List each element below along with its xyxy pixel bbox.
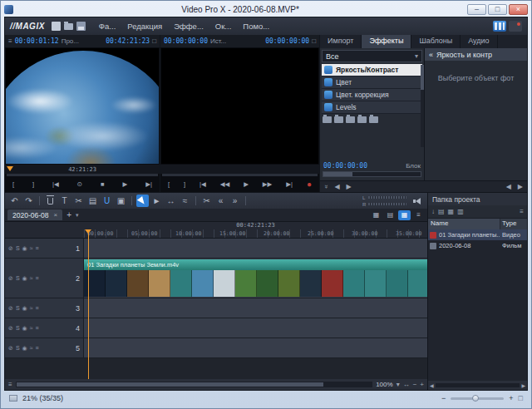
record-arm-icon[interactable]: ◉ xyxy=(22,325,27,332)
forward-button[interactable]: ▶▶ xyxy=(263,180,273,188)
lock-icon[interactable]: ⊘ xyxy=(8,305,13,312)
folder-icon[interactable] xyxy=(357,116,367,123)
undo-button[interactable]: ↶ xyxy=(8,195,21,207)
scroll-right-icon[interactable]: ▶ xyxy=(518,183,523,190)
jump-start-button[interactable]: |◀ xyxy=(52,180,59,188)
effects-tab[interactable]: Шаблоны xyxy=(411,35,461,48)
track-menu-icon[interactable]: ≡ xyxy=(36,345,39,351)
zoom-in-icon[interactable]: + xyxy=(509,394,513,402)
save-project-icon[interactable] xyxy=(76,22,86,31)
record-arm-icon[interactable]: ◉ xyxy=(22,245,27,252)
track-menu-icon[interactable]: ≡ xyxy=(36,325,39,331)
playhead[interactable] xyxy=(88,229,89,379)
timeline-hscrollbar[interactable] xyxy=(16,382,373,387)
options-button[interactable]: ▥ xyxy=(457,208,464,215)
minimize-button[interactable]: – xyxy=(467,4,486,15)
slider-thumb[interactable] xyxy=(472,395,479,402)
effects-tab[interactable]: Импорт xyxy=(320,35,362,48)
curve-tool-button[interactable]: ≈ xyxy=(179,195,191,207)
title-bar[interactable]: Video Pro X - 2020-06-08.MVP* – □ × xyxy=(4,2,528,17)
add-movie-button[interactable]: + xyxy=(65,210,73,219)
track-menu-icon[interactable]: ≡ xyxy=(36,275,39,281)
menu-item[interactable]: Ок... xyxy=(210,20,236,32)
export-icon[interactable] xyxy=(509,21,522,32)
effect-detail-header[interactable]: « Яркость и контр xyxy=(425,48,527,61)
track-body[interactable] xyxy=(84,239,427,258)
waveform-icon[interactable]: ≈ xyxy=(30,305,33,311)
timeline-ruler[interactable]: 00:42:21:23 00:00:0005:00:0010:00:0015:0… xyxy=(5,222,427,239)
solo-icon[interactable]: S xyxy=(16,305,20,311)
mode-multicam-button[interactable]: ≡ xyxy=(412,210,425,220)
folder-icon[interactable] xyxy=(346,116,355,123)
column-header-name[interactable]: Name xyxy=(428,219,500,229)
snap-button[interactable]: U xyxy=(101,195,113,207)
track-menu-icon[interactable]: ≡ xyxy=(36,305,39,311)
range-end-button[interactable]: ] xyxy=(32,180,34,188)
speaker-button[interactable] xyxy=(411,195,424,207)
detach-monitor-icon[interactable]: □ xyxy=(312,37,316,45)
redo-button[interactable]: ↷ xyxy=(22,195,35,207)
rewind-button[interactable]: ◀◀ xyxy=(220,180,230,188)
delete-button[interactable] xyxy=(44,195,57,207)
project-hscrollbar[interactable]: ◀ ▶ xyxy=(428,381,527,390)
menu-item[interactable]: Редакция xyxy=(122,20,167,32)
zoom-dropdown-icon[interactable]: ▾ xyxy=(397,381,400,388)
folder-icon[interactable] xyxy=(323,116,332,123)
slider-thumb[interactable] xyxy=(323,172,352,176)
effect-item[interactable]: Цвет xyxy=(322,76,422,89)
waveform-icon[interactable]: ≈ xyxy=(30,325,33,331)
jump-start-button[interactable]: |◀ xyxy=(200,180,206,188)
select-tool-button[interactable] xyxy=(136,195,149,207)
waveform-icon[interactable]: ≈ xyxy=(30,345,33,351)
trim-end-button[interactable]: » xyxy=(229,195,241,207)
ruler-ticks[interactable]: 00:00:0005:00:0010:00:0015:00:0020:00:00… xyxy=(84,229,427,238)
scroll-left-icon[interactable]: ◀ xyxy=(430,382,434,388)
effect-category-dropdown[interactable]: Все ▾ xyxy=(322,50,422,62)
solo-icon[interactable]: S xyxy=(16,345,20,351)
track-header[interactable]: ⊘S◉≈≡5 xyxy=(5,338,84,357)
menu-item[interactable]: Эффе... xyxy=(169,20,209,32)
jump-end-button[interactable]: ▶| xyxy=(145,180,152,188)
program-scrub-bar[interactable]: 42:21:23 xyxy=(5,165,160,174)
track-body[interactable] xyxy=(84,338,427,357)
close-button[interactable]: × xyxy=(509,4,528,15)
automation-button[interactable]: ▤ xyxy=(86,195,99,207)
track-body[interactable] xyxy=(84,298,427,318)
mode-timeline-button[interactable]: ▦ xyxy=(398,210,411,220)
effects-tab[interactable]: Эффекты xyxy=(362,35,411,48)
stop-button[interactable]: ■ xyxy=(101,180,105,188)
loop-button[interactable]: ⊙ xyxy=(77,180,82,188)
chevron-down-icon[interactable]: ▾ xyxy=(76,212,79,219)
scroll-right-icon[interactable]: ▶ xyxy=(521,382,525,388)
folder-icon[interactable] xyxy=(369,116,378,123)
waveform-icon[interactable]: ≈ xyxy=(30,245,33,251)
detach-monitor-icon[interactable]: □ xyxy=(152,37,156,45)
record-button[interactable]: ● xyxy=(307,180,312,189)
range-start-button[interactable]: [ xyxy=(168,180,170,188)
scroll-left-icon[interactable]: ◀ xyxy=(334,183,339,190)
save-button[interactable]: ▦ xyxy=(448,208,455,215)
lock-icon[interactable]: ⊘ xyxy=(8,345,13,352)
play-button[interactable]: ▶ xyxy=(123,180,128,188)
scrollbar-thumb[interactable] xyxy=(17,382,323,387)
jump-end-button[interactable]: ▶| xyxy=(286,180,293,188)
column-header-type[interactable]: Type xyxy=(500,219,527,229)
track-menu-icon[interactable]: ≡ xyxy=(36,245,39,251)
zoom-in-icon[interactable]: + xyxy=(420,381,424,388)
lock-icon[interactable]: ⊘ xyxy=(8,275,13,282)
stretch-tool-button[interactable]: ↔ xyxy=(165,195,177,207)
zoom-out-icon[interactable]: − xyxy=(441,394,446,402)
lock-icon[interactable]: ⊘ xyxy=(8,245,13,252)
project-row[interactable]: 2020-06-08Фильм xyxy=(428,240,527,251)
workspace-layout-icon[interactable] xyxy=(493,21,506,32)
range-end-button[interactable]: ] xyxy=(184,180,185,188)
import-button[interactable]: ↓ xyxy=(431,208,435,215)
panel-menu-button[interactable]: ≡ xyxy=(520,208,524,215)
source-scrub-bar[interactable] xyxy=(160,165,319,174)
record-arm-icon[interactable]: ◉ xyxy=(22,305,27,312)
effect-item[interactable]: Яркость/Контраст xyxy=(322,64,422,76)
track-body[interactable]: 01 Загадки планеты Земли.m4v xyxy=(84,259,427,298)
title-button[interactable]: T xyxy=(58,195,71,207)
group-button[interactable]: ▣ xyxy=(115,195,127,207)
folder-icon[interactable] xyxy=(334,116,343,123)
